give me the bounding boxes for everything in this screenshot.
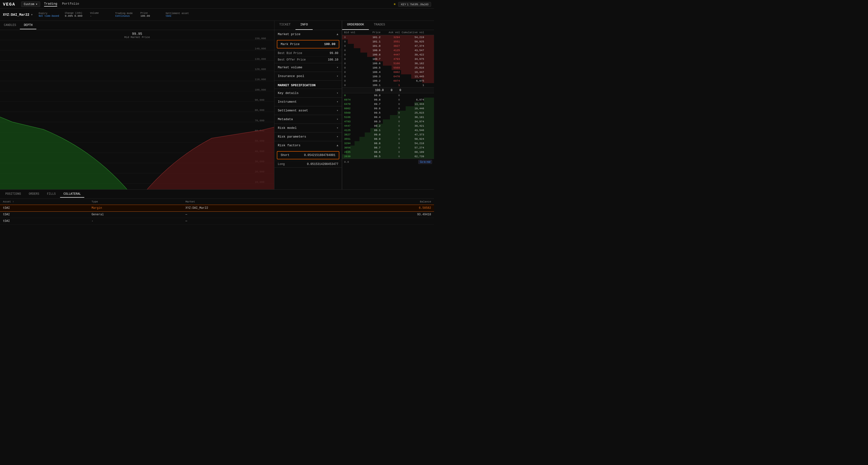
tab-ticket[interactable]: TICKET bbox=[274, 21, 296, 30]
ob-bid-row: 0 99.9 0 bbox=[342, 93, 434, 98]
best-offer-row: Best Offer Price 100.10 bbox=[274, 56, 342, 63]
risk-parameters-header[interactable]: Risk parameters ▾ bbox=[274, 132, 342, 141]
key-details-chevron: ▾ bbox=[337, 91, 338, 95]
go-to-mid-button[interactable]: Go to mid bbox=[418, 160, 432, 164]
mode-dropdown[interactable]: Custom ▾ bbox=[21, 1, 40, 7]
ob-ask-row: 0 100.5 5569 25,016 bbox=[342, 66, 434, 70]
ob-tabs: ORDERBOOK TRADES bbox=[342, 21, 434, 30]
tab-trades[interactable]: TRADES bbox=[369, 21, 390, 30]
market-select-arrow: ▾ bbox=[31, 12, 33, 17]
insurance-pool-section: Insurance pool ▾ bbox=[274, 72, 342, 81]
logo: VEGA bbox=[3, 2, 15, 7]
depth-chart: 99.95 Mid Market Price bbox=[0, 30, 274, 189]
ob-ask-row: 0 100.4 6002 19,447 bbox=[342, 70, 434, 74]
chart-area: CANDLES DEPTH 99.95 Mid Market Price bbox=[0, 21, 274, 189]
insurance-pool-title: Insurance pool bbox=[278, 74, 304, 78]
collateral-header-row: Asset ↑ Type Market Balance bbox=[0, 199, 434, 205]
market-price-title: Market price bbox=[278, 32, 301, 36]
best-offer-value: 100.10 bbox=[328, 58, 338, 62]
mark-price-label: Mark Price bbox=[281, 42, 300, 46]
short-value: 0.0542151884784801 bbox=[304, 154, 335, 157]
ob-mid-row: 100.0 0 0 bbox=[342, 87, 434, 93]
ob-footer-value: 0.0 bbox=[344, 161, 349, 163]
risk-factors-section: Risk factors ▲ Short 0.0542151884784801 … bbox=[274, 141, 342, 167]
collateral-balance bbox=[331, 218, 434, 224]
risk-model-chevron: ▾ bbox=[337, 126, 338, 130]
ob-bid-row: 3551 98.9 0 50,924 bbox=[342, 137, 434, 141]
theme-icon[interactable]: ☀ bbox=[394, 2, 396, 7]
ob-ask-row: 0 100.7 4793 34,975 bbox=[342, 57, 434, 61]
best-bid-label: Best Bid Price bbox=[278, 52, 302, 55]
risk-factors-header[interactable]: Risk factors ▲ bbox=[274, 141, 342, 150]
tab-info[interactable]: INFO bbox=[296, 21, 313, 30]
metadata-header[interactable]: Metadata ▾ bbox=[274, 115, 342, 124]
ob-header-price: Price bbox=[361, 31, 380, 34]
key-details-header[interactable]: Key details ▾ bbox=[274, 89, 342, 97]
market-spec-title: MARKET SPECIFICATION bbox=[274, 81, 342, 89]
expiry-link[interactable]: Not time-based bbox=[39, 15, 59, 18]
metadata-title: Metadata bbox=[278, 118, 293, 121]
collateral-type: General bbox=[89, 211, 183, 218]
collateral-type: - bbox=[89, 218, 183, 224]
metadata-section: Metadata ▾ bbox=[274, 115, 342, 124]
settlement-asset-title: Settlement asset bbox=[278, 109, 308, 113]
market-settlement: Settlement asset tDAI bbox=[166, 12, 189, 18]
best-bid-value: 99.80 bbox=[330, 52, 338, 55]
risk-parameters-chevron: ▾ bbox=[337, 135, 338, 138]
ob-ask-row: 0 101.1 3551 50,925 bbox=[342, 39, 434, 44]
ob-bid-row: 6974 99.8 0 6,974 bbox=[342, 98, 434, 102]
settlement-asset-chevron: ▾ bbox=[337, 109, 338, 113]
key-button[interactable]: KEY 1: 7b63f9...0fa160 bbox=[398, 2, 431, 7]
depth-canvas bbox=[0, 30, 274, 189]
market-volume-header[interactable]: Market volume ▾ bbox=[274, 63, 342, 72]
tab-depth[interactable]: DEPTH bbox=[20, 22, 36, 29]
tab-collateral[interactable]: COLLATERAL bbox=[60, 191, 84, 197]
market-volume-title: Market volume bbox=[278, 66, 302, 69]
market-expiry: Expiry Not time-based bbox=[39, 12, 59, 18]
ob-bid-row: 5569 99.5 0 25,015 bbox=[342, 111, 434, 115]
insurance-pool-header[interactable]: Insurance pool ▾ bbox=[274, 72, 342, 81]
ob-header: Bid vol Price Ask vol Cumulative vol bbox=[342, 30, 434, 35]
collateral-tbody: tDAI Margin XYZ:DAI_Mar22 6.50582 tDAI G… bbox=[0, 205, 434, 224]
nav-portfolio[interactable]: Portfolio bbox=[62, 2, 79, 6]
instrument-header[interactable]: Instrument ▾ bbox=[274, 98, 342, 106]
settlement-asset-header[interactable]: Settlement asset ▾ bbox=[274, 106, 342, 115]
key-details-title: Key details bbox=[278, 91, 299, 95]
ob-bid-row: 4793 99.3 0 34,974 bbox=[342, 119, 434, 124]
trading-mode-link[interactable]: Continuous bbox=[115, 15, 135, 18]
ob-ask-row: 0 100.9 4125 43,547 bbox=[342, 48, 434, 53]
tab-orders[interactable]: ORDERS bbox=[25, 191, 42, 197]
ob-bid-rows: 0 99.9 0 6974 99.8 0 6,974 6470 99.7 0 1… bbox=[342, 93, 434, 159]
short-row: Short 0.0542151884784801 bbox=[277, 151, 339, 159]
collateral-market: XYZ:DAI_Mar22 bbox=[183, 205, 331, 211]
ob-bid-row: 6470 99.7 0 13,444 bbox=[342, 102, 434, 106]
tab-orderbook[interactable]: ORDERBOOK bbox=[342, 21, 369, 30]
market-volume-section: Market volume ▾ bbox=[274, 63, 342, 72]
settlement-link[interactable]: tDAI bbox=[166, 15, 189, 18]
tab-candles[interactable]: CANDLES bbox=[0, 22, 20, 29]
tab-fills[interactable]: FILLS bbox=[43, 191, 59, 197]
market-selector[interactable]: XYZ:DAI_Mar22 ▾ bbox=[3, 12, 33, 17]
mark-price-row: Mark Price 100.00 bbox=[277, 40, 339, 49]
ob-bid-row: 3294 98.8 0 54,218 bbox=[342, 141, 434, 146]
nav-right: ☀ KEY 1: 7b63f9...0fa160 bbox=[394, 2, 431, 7]
collateral-row: tDAI - — bbox=[0, 218, 434, 224]
nav-trading[interactable]: Trading bbox=[44, 2, 57, 6]
market-name: XYZ:DAI_Mar22 bbox=[3, 13, 29, 17]
tab-positions[interactable]: POSITIONS bbox=[2, 191, 25, 197]
ob-bid-row: 4447 99.2 0 39,421 bbox=[342, 124, 434, 128]
market-price-header[interactable]: Market price ▲ bbox=[274, 30, 342, 38]
mid-price-value: 99.95 bbox=[124, 32, 150, 36]
orderbook-panel: ORDERBOOK TRADES Bid vol Price Ask vol C… bbox=[342, 21, 434, 189]
collateral-row: tDAI Margin XYZ:DAI_Mar22 6.50582 bbox=[0, 205, 434, 211]
ob-footer: 0.0 Go to mid bbox=[342, 159, 434, 165]
collateral-balance: 6.50582 bbox=[331, 205, 434, 211]
collateral-asset: tDAI bbox=[0, 211, 89, 218]
best-bid-row: Best Bid Price 99.80 bbox=[274, 50, 342, 56]
ob-bid-row: 6002 99.6 0 19,446 bbox=[342, 106, 434, 111]
market-price-chevron: ▲ bbox=[337, 33, 338, 36]
risk-model-header[interactable]: Risk model ▾ bbox=[274, 124, 342, 132]
bottom-tabs: POSITIONS ORDERS FILLS COLLATERAL bbox=[0, 190, 434, 199]
metadata-chevron: ▾ bbox=[337, 118, 338, 121]
col-type: Type bbox=[89, 199, 183, 205]
